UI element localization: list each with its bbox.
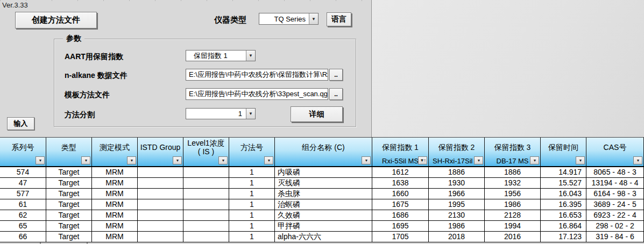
filter-dropdown-icon[interactable]: ▼ [576, 156, 585, 164]
column-header-ri3[interactable]: 保留指数 3DB-17 MS▼ [485, 138, 541, 166]
filter-dropdown-icon[interactable]: ▼ [36, 156, 45, 164]
cell-name[interactable]: 杀虫脒 [275, 189, 372, 199]
cell-cas[interactable]: 13194 - 48 - 4 [586, 178, 644, 188]
chevron-down-icon[interactable]: ▼ [246, 51, 255, 61]
column-header-no[interactable]: 系列号▼ [0, 138, 46, 166]
cell-ri2[interactable]: 1930 [429, 178, 485, 188]
cell-ri3[interactable]: 1956 [485, 189, 541, 199]
nalkane-browse-button[interactable]: .. [329, 69, 343, 81]
cell-ri2[interactable]: 1886 [429, 167, 485, 177]
instrument-type-dropdown[interactable]: TQ Series ▼ [259, 13, 319, 25]
column-header-name[interactable]: 组分名称 (C)▼ [275, 138, 372, 166]
aart-retention-index-dropdown[interactable]: 保留指数 1 ▼ [186, 50, 256, 61]
cell-ri3[interactable]: 1932 [485, 178, 541, 188]
cell-mode[interactable]: MRM [92, 232, 138, 242]
cell-type[interactable]: Target [46, 189, 92, 199]
cell-cas[interactable]: 298 - 02 - 2 [586, 221, 644, 231]
cell-level1[interactable] [183, 221, 229, 231]
cell-cas[interactable]: 8065 - 48 - 3 [586, 167, 644, 177]
cell-ri1[interactable]: 1638 [372, 178, 429, 188]
cell-istd[interactable] [138, 178, 183, 188]
sort-ascending-filter-icon[interactable]: ▼↑ [418, 156, 427, 164]
cell-cas[interactable]: 6923 - 22 - 4 [586, 210, 644, 220]
cell-no[interactable]: 66 [0, 232, 46, 242]
cell-method[interactable]: 1 [229, 167, 275, 177]
cell-level1[interactable] [183, 199, 229, 210]
cell-type[interactable]: Target [46, 167, 92, 177]
cell-istd[interactable] [138, 167, 183, 177]
cell-level1[interactable] [183, 232, 229, 242]
column-header-cas[interactable]: CAS号▼ [586, 138, 644, 166]
cell-ri3[interactable]: 2016 [485, 232, 541, 242]
cell-rt[interactable]: 16.653 [541, 210, 586, 220]
cell-rt[interactable]: 14.917 [541, 167, 586, 177]
create-method-file-button[interactable]: 创建方法文件 [15, 12, 97, 28]
cell-mode[interactable]: MRM [92, 221, 138, 231]
column-header-istd[interactable]: ISTD Group▼ [138, 138, 183, 166]
cell-mode[interactable]: MRM [92, 178, 138, 188]
filter-dropdown-icon[interactable]: ▼ [362, 156, 371, 164]
cell-name[interactable]: 内吸磷 [275, 167, 372, 177]
cell-method[interactable]: 1 [229, 199, 275, 210]
column-header-level1[interactable]: Level1浓度( IS )▼ [183, 138, 229, 166]
cell-method[interactable]: 1 [229, 210, 275, 220]
detail-button[interactable]: 详细 [291, 106, 343, 122]
column-header-method[interactable]: 方法号▼ [229, 138, 275, 166]
cell-type[interactable]: Target [46, 210, 92, 220]
template-browse-button[interactable]: .. [329, 88, 343, 100]
filter-dropdown-icon[interactable]: ▼ [264, 156, 273, 164]
cell-cas[interactable]: 3689 - 24 - 5 [586, 199, 644, 210]
cell-mode[interactable]: MRM [92, 189, 138, 199]
cell-ri3[interactable]: 1886 [485, 167, 541, 177]
cell-method[interactable]: 1 [229, 232, 275, 242]
cell-no[interactable]: 574 [0, 167, 46, 177]
filter-dropdown-icon[interactable]: ▼ [633, 156, 642, 164]
chevron-down-icon[interactable]: ▼ [309, 13, 318, 24]
cell-method[interactable]: 1 [229, 178, 275, 188]
chevron-down-icon[interactable]: ▼ [246, 109, 255, 119]
method-split-dropdown[interactable]: 1 ▼ [186, 108, 256, 119]
cell-cas[interactable]: 319 - 84 - 6 [586, 232, 644, 242]
cell-type[interactable]: Target [46, 221, 92, 231]
cell-ri1[interactable]: 1695 [372, 221, 429, 231]
cell-ri3[interactable]: 1986 [485, 199, 541, 210]
cell-cas[interactable]: 6164 - 98 - 3 [586, 189, 644, 199]
cell-level1[interactable] [183, 210, 229, 220]
cell-name[interactable]: alpha-六六六 [275, 232, 372, 242]
cell-rt[interactable]: 16.395 [541, 199, 586, 210]
cell-method[interactable]: 1 [229, 189, 275, 199]
cell-ri1[interactable]: 1705 [372, 232, 429, 242]
language-button[interactable]: 语言 [327, 12, 351, 26]
column-header-rt[interactable]: 保留时间▼ [541, 138, 586, 166]
cell-level1[interactable] [183, 189, 229, 199]
filter-dropdown-icon[interactable]: ▼ [127, 156, 136, 164]
filter-dropdown-icon[interactable]: ▼ [81, 156, 90, 164]
cell-name[interactable]: 久效磷 [275, 210, 372, 220]
cell-istd[interactable] [138, 232, 183, 242]
cell-ri2[interactable]: 2130 [429, 210, 485, 220]
filter-dropdown-icon[interactable]: ▼ [218, 156, 228, 164]
cell-name[interactable]: 治螟磷 [275, 199, 372, 210]
column-header-mode[interactable]: 测定模式▼ [92, 138, 138, 166]
cell-type[interactable]: Target [46, 199, 92, 210]
cell-istd[interactable] [138, 210, 183, 220]
cell-ri1[interactable]: 1612 [372, 167, 429, 177]
cell-mode[interactable]: MRM [92, 199, 138, 210]
nalkane-data-file-field[interactable]: E:\应用报告\中药中农残分析\保留指数计算\Rx [186, 69, 328, 81]
cell-method[interactable]: 1 [229, 221, 275, 231]
cell-type[interactable]: Target [46, 232, 92, 242]
cell-ri1[interactable]: 1686 [372, 210, 429, 220]
cell-name[interactable]: 甲拌磷 [275, 221, 372, 231]
cell-ri2[interactable]: 2018 [429, 232, 485, 242]
cell-istd[interactable] [138, 189, 183, 199]
cell-type[interactable]: Target [46, 178, 92, 188]
cell-no[interactable]: 62 [0, 210, 46, 220]
cell-ri3[interactable]: 2128 [485, 210, 541, 220]
cell-no[interactable]: 61 [0, 199, 46, 210]
cell-ri2[interactable]: 1986 [429, 221, 485, 231]
input-button[interactable]: 输入 [7, 117, 34, 130]
cell-istd[interactable] [138, 199, 183, 210]
template-method-file-field[interactable]: E:\应用报告\中药中农残分析\33pest_scan.qg [186, 88, 328, 100]
cell-no[interactable]: 65 [0, 221, 46, 231]
cell-name[interactable]: 灭线磷 [275, 178, 372, 188]
